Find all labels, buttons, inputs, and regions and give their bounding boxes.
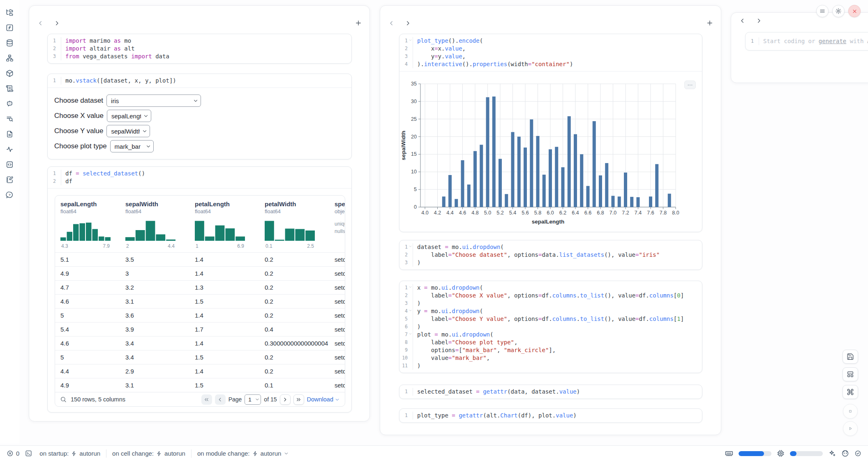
table-row[interactable]: 5.13.51.40.2setosa xyxy=(55,252,345,266)
column-header-sepalWidth[interactable]: sepalWidthfloat6424.4 xyxy=(120,196,189,252)
page-select[interactable]: 1 xyxy=(245,394,261,405)
column-header-petalWidth[interactable]: petalWidthfloat640.12.5 xyxy=(259,196,329,252)
code-editor[interactable]: 1plot_type = getattr(alt.Chart(df), plot… xyxy=(399,409,702,422)
column-header-petalLength[interactable]: petalLengthfloat6416.9 xyxy=(189,196,259,252)
sidebar-item-outline-search[interactable] xyxy=(5,114,15,124)
table-row[interactable]: 4.93.11.50.1setosa xyxy=(55,378,345,392)
dropdown-choose-x-value[interactable]: sepalLength xyxy=(107,110,151,122)
column-header-sepalLength[interactable]: sepalLengthfloat644.37.9 xyxy=(55,196,120,252)
table-row[interactable]: 4.42.91.40.2setosa xyxy=(55,364,345,378)
close-icon xyxy=(852,8,858,14)
connection-status-button[interactable] xyxy=(854,450,861,457)
table-row[interactable]: 5.43.91.70.4setosa xyxy=(55,322,345,336)
panel-next-button[interactable] xyxy=(51,18,62,28)
code-editor[interactable]: 1plot_type().encode(2 x=x.value,3 y=y.va… xyxy=(399,34,702,71)
fold-chevron-icon[interactable] xyxy=(409,309,412,312)
settings-button[interactable] xyxy=(832,5,845,17)
search-icon[interactable] xyxy=(60,396,67,403)
generate-link[interactable]: generate xyxy=(819,38,846,44)
save-button[interactable] xyxy=(843,350,858,364)
sidebar-item-help[interactable]: ? xyxy=(5,190,15,200)
code-line[interactable]: 1Start coding or generate with AI xyxy=(746,37,868,45)
code-line: 2 x=x.value, xyxy=(399,45,702,53)
menu-button[interactable] xyxy=(816,5,829,17)
chart-menu-button[interactable] xyxy=(684,81,696,89)
code-editor[interactable]: 1import marimo as mo2import altair as al… xyxy=(48,34,351,63)
table-row[interactable]: 4.63.41.40.30000000000000004setosa xyxy=(55,336,345,350)
code-text: ) xyxy=(413,323,420,331)
dropdown-choose-dataset[interactable]: iris xyxy=(106,95,201,107)
prev-page-button[interactable] xyxy=(215,394,226,405)
panel-prev-button[interactable] xyxy=(35,18,46,28)
code-token: x. xyxy=(438,45,445,52)
code-line: 3) xyxy=(399,259,702,267)
altair-bar-chart[interactable]: 4.04.24.44.64.85.05.25.45.65.86.06.26.46… xyxy=(399,71,702,232)
code-token: label xyxy=(417,292,448,299)
sidebar-item-ai-chat[interactable] xyxy=(5,99,15,108)
sidebar-item-tracing[interactable] xyxy=(5,144,15,154)
fold-chevron-icon[interactable] xyxy=(409,244,412,248)
ai-assistant-button[interactable] xyxy=(828,449,836,457)
table-row[interactable]: 53.61.40.2setosa xyxy=(55,308,345,322)
add-cell-button[interactable] xyxy=(353,18,364,28)
code-editor[interactable]: 1df = selected_dataset()2df xyxy=(48,167,351,188)
line-number: 5 xyxy=(399,315,413,323)
panel-prev-button[interactable] xyxy=(386,18,397,28)
next-page-button[interactable] xyxy=(280,394,291,405)
dropdown-choose-y-value[interactable]: sepalWidth xyxy=(106,125,150,137)
control-label: Choose dataset xyxy=(54,97,103,105)
column-header-species[interactable]: speciesobjectunique:nulls: xyxy=(329,196,345,252)
terminal-button[interactable] xyxy=(25,450,32,457)
right-panel-nav xyxy=(737,15,764,26)
copilot-button[interactable] xyxy=(841,449,849,457)
runtime-on-cell-change-button[interactable]: on cell change: autorun xyxy=(112,450,185,457)
zap-icon xyxy=(252,451,258,456)
bar-chart-svg[interactable]: 4.04.24.44.64.85.05.25.45.65.86.06.26.46… xyxy=(399,71,702,230)
column-name: petalWidth xyxy=(265,201,329,207)
last-page-button[interactable] xyxy=(293,394,304,405)
runtime-on-module-change-button[interactable]: on module change: autorun xyxy=(197,450,289,457)
code-token: 0 xyxy=(677,292,680,299)
table-row[interactable]: 4.63.11.50.2setosa xyxy=(55,294,345,308)
sidebar-item-database[interactable] xyxy=(5,38,15,48)
fold-chevron-icon[interactable] xyxy=(409,332,412,336)
run-all-button[interactable] xyxy=(843,421,858,436)
line-number: 3 xyxy=(399,300,413,307)
interrupt-button[interactable] xyxy=(843,404,858,419)
empty-cell[interactable]: 1Start coding or generate with AI xyxy=(745,32,868,51)
sidebar-item-logs[interactable] xyxy=(5,83,15,93)
runtime-on-startup-button[interactable]: on startup: autorun xyxy=(39,450,100,457)
table-row[interactable]: 4.931.40.2setosa xyxy=(55,266,345,280)
sidebar-item-function-square[interactable] xyxy=(5,23,15,32)
code-editor[interactable]: 1x = mo.ui.dropdown(2 label="Choose X va… xyxy=(399,281,702,373)
table-cell: setosa xyxy=(329,309,345,322)
dropdown-choose-plot-type[interactable]: mark_bar xyxy=(110,140,154,152)
fold-chevron-icon[interactable] xyxy=(409,38,412,42)
sidebar-item-docs[interactable] xyxy=(5,129,15,139)
sidebar-item-file-tree[interactable] xyxy=(5,7,15,17)
sidebar-item-snippets[interactable] xyxy=(5,159,15,169)
table-row[interactable]: 53.41.50.2setosa xyxy=(55,350,345,364)
table-cell: setosa xyxy=(329,253,345,266)
download-button[interactable]: Download xyxy=(307,396,340,403)
divider xyxy=(106,449,106,458)
sidebar-item-dependency-graph[interactable] xyxy=(5,53,15,63)
shutdown-button[interactable] xyxy=(848,5,861,17)
error-indicator[interactable]: 0 xyxy=(7,450,19,457)
code-line: 1plot_type().encode( xyxy=(399,37,702,45)
panel-next-button[interactable] xyxy=(402,18,413,28)
fold-chevron-icon[interactable] xyxy=(409,285,412,289)
add-cell-button[interactable] xyxy=(704,18,715,28)
table-row[interactable]: 4.73.21.30.2setosa xyxy=(55,280,345,294)
code-editor[interactable]: 1mo.vstack([dataset, x, y, plot]) xyxy=(48,74,351,88)
code-editor[interactable]: 1selected_dataset = getattr(data, datase… xyxy=(399,385,702,399)
code-editor[interactable]: 1dataset = mo.ui.dropdown(2 label="Choos… xyxy=(399,240,702,270)
keyboard-shortcuts-button[interactable] xyxy=(843,385,858,399)
panel-prev-button[interactable] xyxy=(737,15,748,26)
sidebar-item-package[interactable] xyxy=(5,68,15,78)
sidebar-item-scratchpad[interactable] xyxy=(5,175,15,184)
first-page-button[interactable] xyxy=(201,394,212,405)
panel-next-button[interactable] xyxy=(753,15,764,26)
layout-button[interactable] xyxy=(843,367,858,381)
code-text: y=y.value, xyxy=(413,53,466,60)
